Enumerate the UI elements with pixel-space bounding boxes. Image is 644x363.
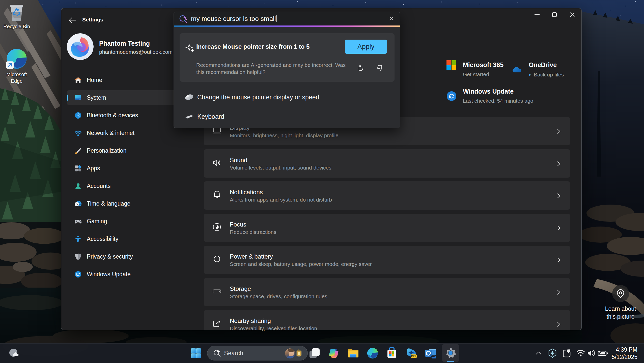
svg-text:PRE: PRE: [411, 355, 416, 358]
